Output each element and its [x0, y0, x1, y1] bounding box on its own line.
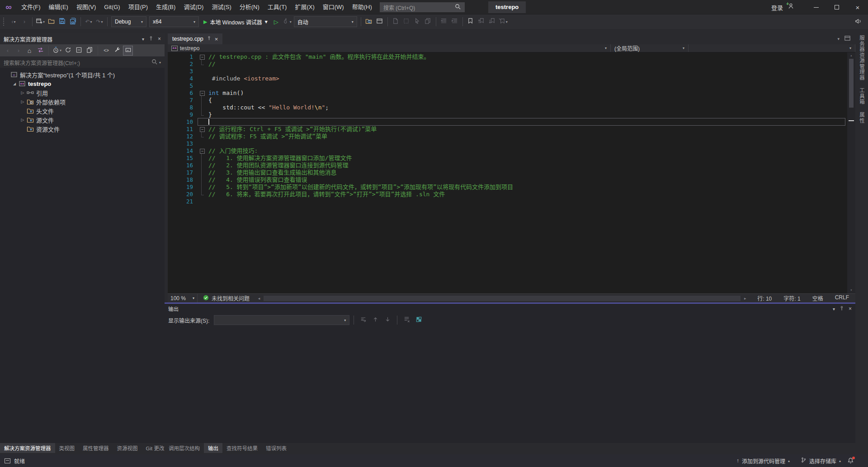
- fold-box[interactable]: −: [200, 55, 205, 60]
- float-window-icon[interactable]: [844, 35, 851, 43]
- open-documents-chevron-icon[interactable]: ▾: [837, 37, 840, 41]
- pin-icon[interactable]: [148, 35, 154, 43]
- vertical-scrollbar[interactable]: ▴ ▾: [847, 52, 855, 293]
- sign-in-button[interactable]: 登录: [771, 3, 783, 12]
- navigate-forward-icon[interactable]: ›: [19, 16, 30, 27]
- select-repository-button[interactable]: 选择存储库 ▴: [796, 454, 845, 467]
- fold-collapse-icon[interactable]: −: [193, 53, 208, 61]
- previous-message-icon[interactable]: [370, 315, 381, 325]
- se-back-icon[interactable]: ‹: [3, 46, 13, 56]
- autohide-tab-服务器资源管理器[interactable]: 服务器资源管理器: [858, 35, 865, 80]
- expander-expanded-icon[interactable]: ◢: [11, 82, 18, 86]
- copy-icon[interactable]: [423, 16, 434, 27]
- view-code-icon[interactable]: <>: [101, 46, 111, 56]
- tab-close-icon[interactable]: ×: [215, 36, 218, 42]
- fold-box[interactable]: −: [200, 127, 205, 132]
- menu-item-扩展(X)[interactable]: 扩展(X): [291, 0, 318, 14]
- add-account-icon[interactable]: +: [788, 3, 797, 12]
- decrease-indent-icon[interactable]: [439, 16, 449, 27]
- output-content[interactable]: [165, 326, 855, 443]
- save-all-icon[interactable]: [67, 16, 78, 27]
- nav-project-dropdown[interactable]: ++ testrepo▾: [168, 44, 611, 52]
- menu-item-文件(F)[interactable]: 文件(F): [17, 0, 45, 14]
- solution-platform-combo[interactable]: x64▾: [149, 16, 199, 27]
- output-header[interactable]: 输出 ▾ ×: [165, 304, 855, 314]
- dock-tab-错误列表[interactable]: 错误列表: [262, 443, 291, 453]
- tree-item-testrepo[interactable]: ◢++testrepo: [0, 79, 165, 88]
- solution-explorer-search-input[interactable]: 搜索解决方案资源管理器(Ctrl+;) ▾: [0, 57, 165, 68]
- redo-icon[interactable]: ↷▾: [94, 16, 105, 27]
- toggle-word-wrap-icon[interactable]: [414, 315, 424, 325]
- fold-collapse-icon[interactable]: −: [193, 147, 208, 155]
- dock-tab-类视图[interactable]: 类视图: [55, 443, 79, 453]
- hscroll-left-icon[interactable]: ◂: [255, 296, 263, 301]
- tree-item-引用[interactable]: ▷引用: [0, 88, 165, 97]
- next-bookmark-icon[interactable]: [487, 16, 498, 27]
- undo-icon[interactable]: ↶▾: [83, 16, 94, 27]
- output-pin-icon[interactable]: [839, 305, 844, 313]
- quick-search-box[interactable]: 搜索 (Ctrl+Q): [380, 2, 465, 12]
- spaces-indicator[interactable]: 空格: [812, 294, 823, 302]
- notifications-bell-icon[interactable]: [847, 457, 854, 464]
- close-button[interactable]: ×: [847, 0, 868, 14]
- maximize-button[interactable]: [826, 0, 847, 14]
- preview-selected-items-toggle[interactable]: [123, 46, 133, 56]
- properties-wrench-icon[interactable]: [112, 46, 122, 56]
- tab-pin-icon[interactable]: [207, 36, 212, 42]
- nav-scope-dropdown[interactable]: (全局范围)▾: [611, 44, 689, 52]
- window-layout-icon[interactable]: [374, 16, 385, 27]
- line-indicator[interactable]: 行: 10: [757, 294, 772, 302]
- menu-item-窗口(W)[interactable]: 窗口(W): [319, 0, 348, 14]
- pointer-mode-icon[interactable]: [412, 16, 423, 27]
- add-to-source-control-button[interactable]: ↑ 添加到源代码管理 ▴: [732, 454, 794, 467]
- new-project-icon[interactable]: ▾: [35, 16, 46, 27]
- menu-item-帮助(H)[interactable]: 帮助(H): [348, 0, 376, 14]
- menu-item-Git(G)[interactable]: Git(G): [100, 0, 124, 14]
- output-source-combo[interactable]: ▾: [214, 315, 349, 325]
- tab-testrepo-cpp[interactable]: testrepo.cpp ×: [168, 33, 222, 44]
- dock-tab-属性管理器[interactable]: 属性管理器: [79, 443, 113, 453]
- collapse-all-icon[interactable]: [74, 46, 84, 56]
- line-document-icon[interactable]: [390, 16, 401, 27]
- close-panel-icon[interactable]: ×: [158, 36, 161, 42]
- dock-tab-查找符号结果[interactable]: 查找符号结果: [222, 443, 262, 453]
- fold-box[interactable]: −: [200, 91, 205, 96]
- show-all-files-icon[interactable]: [85, 46, 94, 56]
- minimize-button[interactable]: [806, 0, 826, 14]
- box-selection-icon[interactable]: [401, 16, 412, 27]
- menu-item-分析(N)[interactable]: 分析(N): [236, 0, 264, 14]
- increase-indent-icon[interactable]: [449, 16, 460, 27]
- dock-tab-输出[interactable]: 输出: [204, 443, 222, 453]
- menu-item-工具(T)[interactable]: 工具(T): [264, 0, 291, 14]
- save-icon[interactable]: [57, 16, 67, 27]
- start-without-debugging-icon[interactable]: ▷: [271, 16, 282, 27]
- find-in-files-icon[interactable]: [363, 16, 374, 27]
- fold-collapse-icon[interactable]: −: [193, 126, 208, 133]
- window-position-chevron-icon[interactable]: ▾: [142, 37, 144, 42]
- nav-member-dropdown[interactable]: ▾: [689, 44, 855, 52]
- fold-box[interactable]: −: [200, 149, 205, 154]
- tree-item-解决方案“testrepo”(1 个项目/共 1 个)[interactable]: ∞解决方案“testrepo”(1 个项目/共 1 个): [0, 70, 165, 79]
- se-forward-icon[interactable]: ›: [14, 46, 24, 56]
- start-debugging-button[interactable]: ▶ 本地 Windows 调试器▾: [200, 16, 271, 27]
- background-tasks-icon[interactable]: [5, 458, 10, 463]
- solution-configuration-combo[interactable]: Debug▾: [111, 16, 146, 27]
- expander-collapsed-icon[interactable]: ▷: [19, 118, 26, 122]
- solution-explorer-header[interactable]: 解决方案资源管理器 ▾ ×: [0, 33, 165, 44]
- column-indicator[interactable]: 字符: 1: [783, 294, 800, 302]
- clear-all-icon[interactable]: [401, 315, 412, 325]
- output-position-chevron-icon[interactable]: ▾: [833, 307, 835, 311]
- code-editor[interactable]: 1−// testrepo.cpp : 此文件包含 "main" 函数。程序执行…: [168, 52, 855, 293]
- autohide-tab-工具箱[interactable]: 工具箱: [858, 88, 865, 105]
- next-message-icon[interactable]: [382, 315, 393, 325]
- sync-with-active-document-icon[interactable]: [63, 46, 73, 56]
- pending-changes-filter-icon[interactable]: ▾: [52, 46, 62, 56]
- expander-collapsed-icon[interactable]: ▷: [19, 99, 26, 104]
- toolbar-grip[interactable]: [3, 18, 7, 26]
- home-icon[interactable]: ⌂: [24, 46, 34, 56]
- line-ending-indicator[interactable]: CRLF: [835, 294, 849, 302]
- tree-item-资源文件[interactable]: 资源文件: [0, 124, 165, 133]
- menu-item-项目(P)[interactable]: 项目(P): [124, 0, 152, 14]
- tree-item-外部依赖项[interactable]: ▷外部依赖项: [0, 97, 165, 106]
- zoom-level-combo[interactable]: 100 %▾: [168, 294, 198, 303]
